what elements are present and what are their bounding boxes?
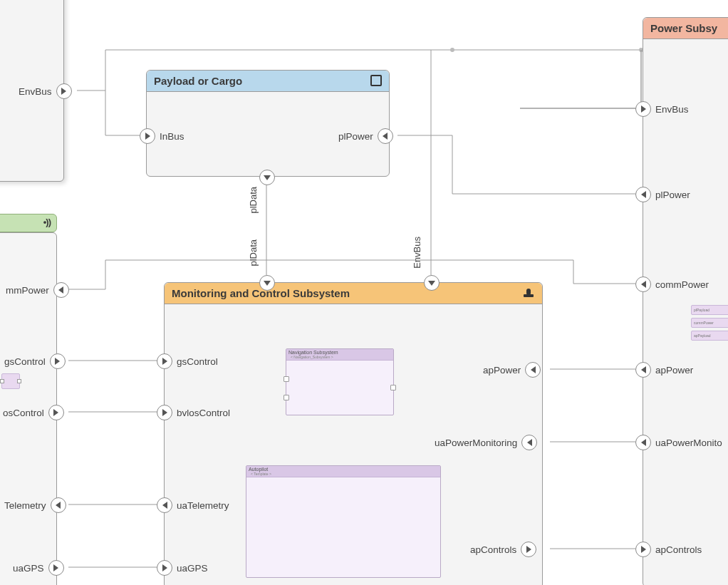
pin-in-icon xyxy=(521,435,537,450)
power-title-text: Power Subsy xyxy=(650,22,717,34)
pldata-vlabel-upper: plData xyxy=(248,187,259,214)
variants-icon xyxy=(370,75,382,88)
port-mmpower[interactable]: mmPower xyxy=(6,282,69,298)
nav-thumb-title: Navigation Subsystem < Navigation_Subsys… xyxy=(286,349,393,361)
envbus-vlabel: EnvBus xyxy=(412,237,422,269)
pin-in-icon xyxy=(635,101,651,117)
pin-in-icon xyxy=(157,405,172,420)
port-envbus-out[interactable]: EnvBus xyxy=(19,83,72,99)
port-monitor-pldata[interactable] xyxy=(259,275,275,291)
port-label: EnvBus xyxy=(655,104,689,115)
port-monitor-bvloscontrol[interactable]: bvlosControl xyxy=(157,405,230,420)
autopilot-thumb[interactable]: Autopilot < Template > xyxy=(246,465,441,578)
port-label: bvlosControl xyxy=(177,408,230,418)
pin-in-icon xyxy=(157,353,172,369)
port-power-plpower[interactable]: plPower xyxy=(635,187,690,202)
pin-out-icon xyxy=(50,353,66,369)
port-label: gsControl xyxy=(177,356,218,367)
port-monitor-uagps[interactable]: uaGPS xyxy=(157,560,208,576)
payload-title-text: Payload or Cargo xyxy=(154,75,242,87)
tiny-thumb xyxy=(1,373,20,389)
port-left-telemetry[interactable]: Telemetry xyxy=(4,497,66,513)
pldata-vlabel-lower: plData xyxy=(248,239,259,266)
port-left-oscontrol[interactable]: osControl xyxy=(3,405,64,420)
port-label: uaGPS xyxy=(177,563,208,574)
port-label: apPower xyxy=(655,365,693,376)
pin-out-icon xyxy=(635,435,651,450)
pin-in-icon xyxy=(140,128,155,144)
port-monitor-apcontrols[interactable]: apControls xyxy=(470,542,536,557)
port-label: apControls xyxy=(655,544,702,555)
pin-in-icon xyxy=(53,282,69,298)
pin-in-icon xyxy=(525,362,541,378)
auto-thumb-title: Autopilot < Template > xyxy=(246,466,440,477)
svg-point-0 xyxy=(450,48,454,52)
pin-down-icon xyxy=(259,170,275,185)
port-monitor-appower[interactable]: apPower xyxy=(483,362,541,378)
green-block[interactable] xyxy=(0,214,57,232)
power-title: Power Subsy xyxy=(643,18,728,39)
port-label: uaPowerMonitoring xyxy=(435,438,517,448)
port-monitor-uatelemetry[interactable]: uaTelemetry xyxy=(157,497,229,513)
port-label: plPower xyxy=(655,190,690,200)
port-label: EnvBus xyxy=(19,86,52,97)
pin-down-icon xyxy=(424,275,440,291)
pin-out-icon xyxy=(635,362,651,378)
monitor-block[interactable]: Monitoring and Control Subsystem Navigat… xyxy=(164,282,543,585)
pin-out-icon xyxy=(48,560,64,576)
port-label: plPower xyxy=(338,131,373,142)
port-payload-pldata-bottom[interactable] xyxy=(259,170,275,185)
nav-thumb[interactable]: Navigation Subsystem < Navigation_Subsys… xyxy=(286,348,394,415)
pin-out-icon xyxy=(521,542,536,557)
power-mini-list: plPayload commPower apPayload xyxy=(691,305,728,341)
payload-title: Payload or Cargo xyxy=(147,71,389,92)
port-monitor-gscontrol[interactable]: gsControl xyxy=(157,353,218,369)
broadcast-icon xyxy=(43,214,56,227)
pin-out-icon xyxy=(635,276,651,292)
port-label: apPower xyxy=(483,365,521,376)
pin-out-icon xyxy=(56,83,72,99)
port-label: Telemetry xyxy=(4,500,46,511)
pin-out-icon xyxy=(635,187,651,202)
port-monitor-uapowermon[interactable]: uaPowerMonitoring xyxy=(435,435,537,450)
payload-block[interactable]: Payload or Cargo xyxy=(146,70,390,177)
pin-down-icon xyxy=(259,275,275,291)
port-left-gscontrol[interactable]: gsControl xyxy=(4,353,66,369)
port-power-apcontrols[interactable]: apControls xyxy=(635,542,702,557)
pin-in-icon xyxy=(635,542,651,557)
port-power-uapowermon[interactable]: uaPowerMonito xyxy=(635,435,722,450)
port-power-appower[interactable]: apPower xyxy=(635,362,693,378)
port-label: apControls xyxy=(470,544,516,555)
pin-in-icon xyxy=(378,128,393,144)
pin-in-icon xyxy=(51,497,66,513)
port-payload-inbus[interactable]: InBus xyxy=(140,128,184,144)
pin-in-icon xyxy=(157,560,172,576)
pin-out-icon xyxy=(48,405,64,420)
port-label: mmPower xyxy=(6,285,49,296)
port-power-commpower[interactable]: commPower xyxy=(635,276,709,292)
pin-out-icon xyxy=(157,497,172,513)
port-label: uaGPS xyxy=(13,563,44,574)
monitor-title: Monitoring and Control Subsystem xyxy=(165,283,542,304)
port-label: osControl xyxy=(3,408,44,418)
stamp-icon xyxy=(522,287,535,299)
port-monitor-envbus[interactable] xyxy=(424,275,440,291)
port-power-envbus[interactable]: EnvBus xyxy=(635,101,689,117)
port-label: InBus xyxy=(160,131,184,142)
port-label: commPower xyxy=(655,279,709,290)
port-payload-plpower[interactable]: plPower xyxy=(338,128,393,144)
port-left-uagps[interactable]: uaGPS xyxy=(13,560,64,576)
port-label: uaPowerMonito xyxy=(655,438,722,448)
port-label: gsControl xyxy=(4,356,46,367)
port-label: uaTelemetry xyxy=(177,500,229,511)
